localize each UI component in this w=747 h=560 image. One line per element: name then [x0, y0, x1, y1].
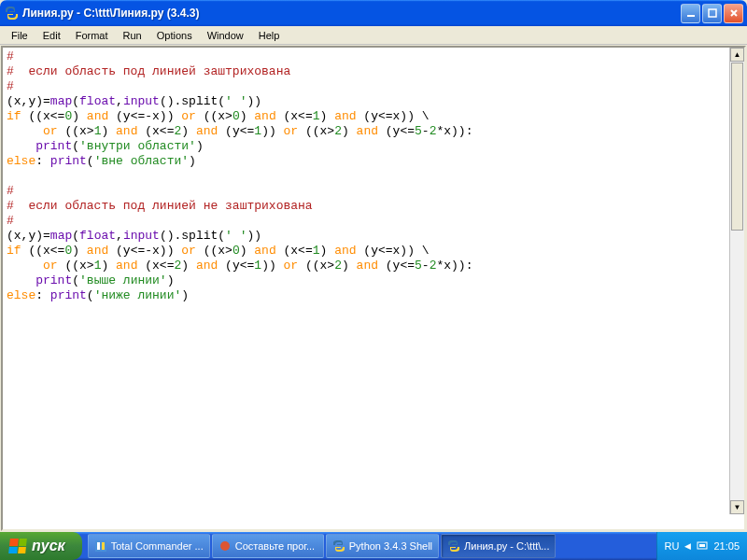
clock[interactable]: 21:05	[713, 540, 740, 552]
editor-area: # # если область под линией заштрихована…	[1, 46, 746, 531]
window-controls	[681, 4, 743, 23]
python-icon	[4, 6, 19, 21]
menu-options[interactable]: Options	[149, 28, 200, 43]
start-button[interactable]: пуск	[0, 532, 82, 560]
taskbar-items: Total Commander ... Составьте прог... Py…	[82, 532, 656, 560]
taskbar-item-active[interactable]: Линия.py - C:\ttt\...	[441, 534, 556, 558]
close-button[interactable]	[724, 4, 743, 23]
taskbar-item[interactable]: Составьте прог...	[212, 534, 324, 558]
menu-run[interactable]: Run	[116, 28, 149, 43]
taskbar: пуск Total Commander ... Составьте прог.…	[0, 532, 747, 560]
taskbar-item-label: Python 3.4.3 Shell	[349, 540, 432, 552]
maximize-button[interactable]	[702, 4, 722, 23]
taskbar-item[interactable]: Python 3.4.3 Shell	[326, 534, 439, 558]
taskbar-item[interactable]: Total Commander ...	[88, 534, 210, 558]
tray-icon[interactable]: ◀	[684, 541, 691, 551]
windows-logo-icon	[8, 539, 27, 553]
scroll-up-arrow[interactable]: ▲	[730, 48, 744, 62]
start-label: пуск	[32, 538, 65, 554]
svg-rect-0	[687, 15, 695, 17]
taskbar-item-label: Составьте прог...	[235, 540, 315, 552]
menu-window[interactable]: Window	[200, 28, 251, 43]
svg-rect-4	[102, 542, 105, 550]
scroll-down-arrow[interactable]: ▼	[730, 500, 744, 514]
svg-rect-1	[709, 9, 716, 17]
scroll-thumb[interactable]	[731, 63, 743, 231]
menu-file[interactable]: File	[4, 28, 35, 43]
app-icon	[218, 539, 232, 553]
system-tray: RU ◀ 21:05	[656, 532, 747, 560]
app-icon	[94, 539, 107, 553]
svg-point-5	[220, 541, 230, 551]
menu-help[interactable]: Help	[251, 28, 288, 43]
python-icon	[447, 539, 460, 553]
menubar: File Edit Format Run Options Window Help	[0, 26, 747, 45]
svg-rect-3	[97, 542, 100, 550]
tray-icon[interactable]	[697, 539, 708, 553]
code-editor[interactable]: # # если область под линией заштрихована…	[3, 48, 744, 529]
svg-rect-7	[699, 544, 705, 547]
window-title: Линия.py - C:\ttt\Линия.py (3.4.3)	[22, 7, 681, 20]
titlebar: Линия.py - C:\ttt\Линия.py (3.4.3)	[0, 0, 747, 26]
taskbar-item-label: Total Commander ...	[111, 540, 204, 552]
menu-format[interactable]: Format	[68, 28, 116, 43]
minimize-button[interactable]	[681, 4, 700, 23]
svg-rect-2	[95, 540, 106, 552]
menu-edit[interactable]: Edit	[35, 28, 68, 43]
vertical-scrollbar[interactable]: ▲ ▼	[729, 48, 744, 514]
taskbar-item-label: Линия.py - C:\ttt\...	[464, 540, 549, 552]
python-icon	[332, 539, 345, 553]
language-indicator[interactable]: RU	[665, 540, 680, 552]
